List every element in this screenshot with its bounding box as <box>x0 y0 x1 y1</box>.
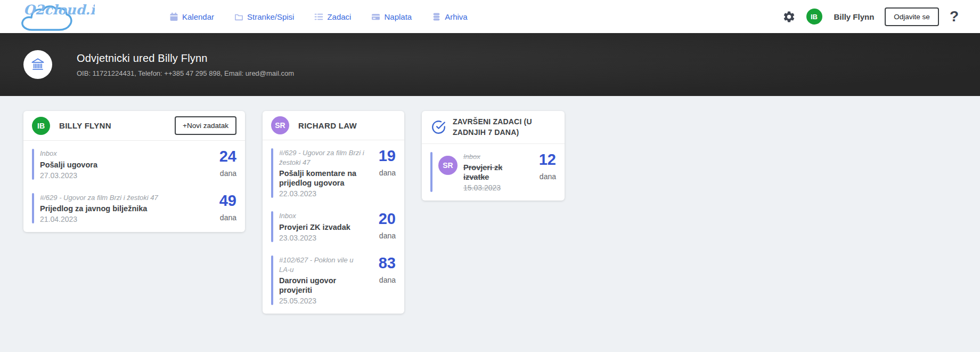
owner-name: BILLY FLYNN <box>59 121 111 130</box>
credit-card-icon <box>371 12 380 21</box>
completed-tasks-card: ZAVRŠENI ZADACI (U ZADNJIH 7 DANA) SR In… <box>422 111 565 201</box>
task-date: 27.03.2023 <box>40 171 207 180</box>
task-days-label: dana <box>529 172 556 181</box>
office-header: Odvjetnicki ured Billy Flynn OIB: 117212… <box>0 33 980 96</box>
task-days-label: dana <box>369 169 396 177</box>
card-header: IB BILLY FLYNN +Novi zadatak <box>23 111 245 141</box>
task-title: Pošalji ugovora <box>40 160 207 170</box>
task-row[interactable]: #/629 - Ugovor za film Brzi i žestoki 47… <box>32 193 236 224</box>
task-row[interactable]: Inbox Pošalji ugovora 27.03.2023 24 dana <box>32 149 236 180</box>
task-list: Inbox Pošalji ugovora 27.03.2023 24 dana… <box>23 141 245 232</box>
task-context: Inbox <box>279 211 366 221</box>
calendar-icon <box>169 12 178 21</box>
navbar-right: IB Billy Flynn Odjavite se ? <box>782 7 959 26</box>
task-context: #102/627 - Poklon vile u LA-u <box>279 255 366 274</box>
task-context: #/629 - Ugovor za film Brzi i žestoki 47 <box>279 148 366 167</box>
task-date: 21.04.2023 <box>40 215 207 223</box>
user-name: Billy Flynn <box>834 12 875 21</box>
main-nav: Kalendar Stranke/Spisi Zadaci <box>169 12 468 21</box>
task-accent-bar <box>271 148 273 198</box>
nav-label: Zadaci <box>327 12 351 21</box>
folder-icon <box>234 12 243 21</box>
task-days-count: 83 <box>369 255 396 271</box>
tasks-card-richard-law: SR RICHARD LAW #/629 - Ugovor za film Br… <box>263 111 404 314</box>
card-header: ZAVRŠENI ZADACI (U ZADNJIH 7 DANA) <box>422 111 565 144</box>
task-list: #/629 - Ugovor za film Brzi i žestoki 47… <box>263 140 404 314</box>
task-title: Provjeri zk izvatke <box>463 163 526 182</box>
nav-label: Stranke/Spisi <box>247 12 294 21</box>
owner-avatar: IB <box>32 117 50 135</box>
task-context: #/629 - Ugovor za film Brzi i žestoki 47 <box>40 193 207 203</box>
card-header: SR RICHARD LAW <box>263 111 404 140</box>
logout-button[interactable]: Odjavite se <box>885 7 939 26</box>
new-task-button[interactable]: +Novi zadatak <box>175 116 236 135</box>
task-title: Pošalji komentare na prijedlog ugovora <box>279 169 366 188</box>
nav-item-zadaci[interactable]: Zadaci <box>314 12 351 21</box>
task-accent-bar <box>32 149 34 180</box>
task-days-count: 12 <box>529 152 556 167</box>
dashboard-content: IB BILLY FLYNN +Novi zadatak Inbox Pošal… <box>0 96 980 314</box>
task-days-label: dana <box>210 213 236 222</box>
task-days-count: 19 <box>369 148 396 164</box>
help-icon[interactable]: ? <box>950 9 959 24</box>
completed-card-title: ZAVRŠENI ZADACI (U ZADNJIH 7 DANA) <box>453 116 556 138</box>
task-row[interactable]: #/629 - Ugovor za film Brzi i žestoki 47… <box>271 148 396 198</box>
nav-item-arhiva[interactable]: Arhiva <box>432 12 468 21</box>
logo-text: O2cloud.io <box>23 2 95 18</box>
bank-icon <box>30 57 45 72</box>
task-days-count: 24 <box>210 149 236 164</box>
top-navbar: O2cloud.io Kalendar Stranke/Spisi <box>0 0 980 33</box>
task-date: 22.03.2023 <box>279 189 366 198</box>
task-context: Inbox <box>463 152 526 162</box>
task-accent-bar <box>32 193 34 224</box>
task-date: 23.03.2023 <box>279 234 366 242</box>
task-row[interactable]: Inbox Provjeri ZK izvadak 23.03.2023 20 … <box>271 211 396 242</box>
task-date: 15.03.2023 <box>463 183 526 192</box>
task-days-count: 20 <box>369 211 396 227</box>
task-title: Darovni ugovor provjeriti <box>279 276 366 295</box>
owner-avatar: SR <box>271 116 289 134</box>
task-context: Inbox <box>40 149 207 158</box>
task-title: Prijedlog za javnog bilježnika <box>40 204 207 213</box>
task-row[interactable]: #102/627 - Poklon vile u LA-u Darovni ug… <box>271 255 396 305</box>
task-days-label: dana <box>369 231 396 240</box>
office-avatar <box>23 50 52 79</box>
task-days-label: dana <box>210 169 236 178</box>
owner-name: RICHARD LAW <box>298 121 357 130</box>
nav-label: Naplata <box>384 12 412 21</box>
nav-item-kalendar[interactable]: Kalendar <box>169 12 214 21</box>
nav-label: Arhiva <box>445 12 468 21</box>
check-circle-icon <box>431 120 446 134</box>
nav-item-stranke-spisi[interactable]: Stranke/Spisi <box>234 12 294 21</box>
task-date: 25.05.2023 <box>279 297 366 305</box>
user-avatar[interactable]: IB <box>806 9 822 25</box>
task-days-label: dana <box>369 276 396 284</box>
settings-gear-icon[interactable] <box>782 10 796 23</box>
nav-label: Kalendar <box>182 12 214 21</box>
nav-item-naplata[interactable]: Naplata <box>371 12 412 21</box>
assignee-avatar: SR <box>438 156 458 175</box>
task-list-icon <box>314 12 323 21</box>
task-accent-bar <box>271 211 273 242</box>
archive-icon <box>432 12 441 21</box>
tasks-card-billy-flynn: IB BILLY FLYNN +Novi zadatak Inbox Pošal… <box>23 111 245 232</box>
task-title: Provjeri ZK izvadak <box>279 222 366 232</box>
task-accent-bar <box>430 152 432 193</box>
completed-task-row[interactable]: SR Inbox Provjeri zk izvatke 15.03.2023 … <box>430 152 556 193</box>
task-days-count: 49 <box>210 193 236 209</box>
office-title: Odvjetnicki ured Billy Flynn <box>77 52 294 65</box>
task-accent-bar <box>271 255 273 305</box>
task-list: SR Inbox Provjeri zk izvatke 15.03.2023 … <box>422 144 565 201</box>
o2cloud-logo[interactable]: O2cloud.io <box>15 1 95 32</box>
office-details: OIB: 11721224431, Telefon: ++385 47 295 … <box>77 69 294 77</box>
